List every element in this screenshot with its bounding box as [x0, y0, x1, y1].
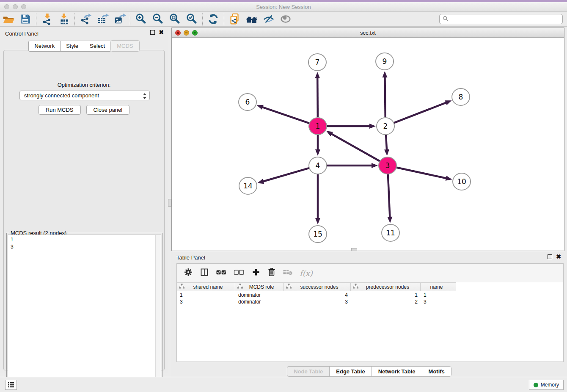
import-network-button[interactable]: [39, 12, 55, 26]
table-cell[interactable]: 1: [351, 292, 421, 299]
apply-layout-button[interactable]: [243, 12, 260, 26]
zoom-selected-button[interactable]: [183, 12, 200, 26]
graph-node-10[interactable]: 10: [453, 173, 471, 190]
column-header-name[interactable]: name: [421, 283, 456, 291]
control-tab-select[interactable]: Select: [84, 41, 110, 52]
import-table-button[interactable]: [55, 12, 72, 26]
open-file-button[interactable]: [0, 12, 17, 26]
graph-edge-1-4[interactable]: [315, 135, 320, 156]
graph-edge-2-8[interactable]: [394, 100, 452, 123]
result-scrollbar[interactable]: [155, 235, 161, 390]
tab-network-table[interactable]: Network Table: [372, 366, 422, 377]
graph-edge-3-10[interactable]: [396, 167, 452, 180]
criterion-select[interactable]: strongly connected component: [19, 91, 150, 100]
vertical-splitter-handle[interactable]: [168, 199, 171, 207]
graph-node-8[interactable]: 8: [452, 88, 470, 105]
table-cell[interactable]: 3: [284, 299, 351, 306]
graph-edge-4-15[interactable]: [315, 174, 320, 224]
graph-node-14[interactable]: 14: [239, 177, 257, 194]
zoom-in-button[interactable]: [132, 12, 149, 26]
refresh-button[interactable]: [205, 12, 222, 26]
clone-network-button[interactable]: [226, 12, 243, 26]
memory-status-icon: [534, 383, 538, 387]
horizontal-splitter-handle[interactable]: [351, 248, 357, 251]
float-panel-icon[interactable]: [150, 30, 155, 35]
main-toolbar: [0, 12, 567, 27]
network-window-titlebar[interactable]: scc.txt: [172, 28, 564, 38]
graph-node-6[interactable]: 6: [239, 94, 256, 110]
control-tab-network[interactable]: Network: [28, 41, 60, 52]
close-table-panel-icon[interactable]: ✖: [556, 254, 561, 259]
table-row[interactable]: 1dominator411: [177, 292, 456, 299]
task-history-button[interactable]: [5, 380, 17, 390]
graph-node-9[interactable]: 9: [376, 53, 394, 70]
network-graph: 7968124314101511: [172, 38, 564, 251]
show-details-button[interactable]: [277, 12, 294, 26]
table-cell[interactable]: dominator: [235, 299, 284, 306]
delete-table-button[interactable]: [283, 268, 293, 278]
column-header-MCDS-role[interactable]: MCDS role: [235, 283, 284, 291]
column-header-shared-name[interactable]: shared name: [177, 283, 235, 291]
search-input[interactable]: [439, 14, 563, 24]
graph-edge-1-2[interactable]: [327, 124, 376, 129]
column-header-predecessor-nodes[interactable]: predecessor nodes: [351, 283, 421, 291]
column-header-successor-nodes[interactable]: successor nodes: [284, 283, 351, 291]
graph-node-11[interactable]: 11: [382, 224, 399, 241]
hide-details-button[interactable]: [260, 12, 277, 26]
graph-node-3[interactable]: 3: [379, 157, 396, 174]
graph-node-15[interactable]: 15: [309, 226, 327, 243]
clone-network-icon: [228, 13, 241, 25]
function-builder-button[interactable]: f(x): [300, 269, 313, 278]
graph-edge-4-3[interactable]: [327, 163, 378, 168]
float-table-panel-icon[interactable]: [548, 254, 552, 259]
tab-motifs[interactable]: Motifs: [422, 366, 451, 377]
mcds-result-textarea[interactable]: 13: [8, 235, 161, 391]
table-row[interactable]: 3dominator323: [177, 299, 456, 306]
graph-node-label: 1: [316, 122, 320, 130]
tab-node-table[interactable]: Node Table: [287, 366, 329, 377]
graph-edge-3-1[interactable]: [326, 131, 380, 161]
add-column-button[interactable]: [251, 268, 261, 279]
graph-edge-1-6[interactable]: [257, 105, 309, 124]
table-panel-tabs: Node TableEdge TableNetwork TableMotifs: [171, 366, 567, 377]
table-cell[interactable]: 1: [421, 292, 456, 299]
zoom-fit-button[interactable]: [166, 12, 183, 26]
close-panel-button[interactable]: Close panel: [86, 105, 130, 115]
graph-node-1[interactable]: 1: [309, 118, 327, 135]
graph-edge-2-3[interactable]: [384, 135, 389, 156]
mcds-result-lines: 13: [8, 235, 161, 252]
graph-edge-2-9[interactable]: [382, 71, 387, 117]
control-tab-mcds[interactable]: MCDS: [110, 40, 139, 52]
export-image-icon: [113, 13, 126, 25]
table-settings-button[interactable]: [184, 268, 193, 279]
tab-edge-table[interactable]: Edge Table: [329, 366, 371, 377]
run-mcds-button[interactable]: Run MCDS: [39, 105, 81, 115]
table-cell[interactable]: 4: [284, 292, 351, 299]
graph-edge-3-11[interactable]: [387, 174, 392, 223]
zoom-out-button[interactable]: [149, 12, 166, 26]
export-network-button[interactable]: [77, 12, 94, 26]
close-panel-icon[interactable]: ✖: [159, 30, 164, 35]
select-all-button[interactable]: [216, 268, 227, 278]
save-session-button[interactable]: [17, 12, 34, 26]
export-table-button[interactable]: [94, 12, 111, 26]
toggle-column-view-button[interactable]: [200, 268, 209, 279]
network-canvas[interactable]: 7968124314101511: [172, 38, 564, 251]
table-cell[interactable]: 3: [177, 299, 235, 306]
graph-edge-1-7[interactable]: [315, 72, 320, 117]
mcds-result-line: 1: [11, 236, 158, 243]
memory-button[interactable]: Memory: [529, 380, 564, 390]
table-cell[interactable]: dominator: [235, 292, 284, 299]
graph-edge-4-14[interactable]: [257, 168, 309, 184]
table-cell[interactable]: 2: [351, 299, 421, 306]
graph-node-7[interactable]: 7: [308, 54, 326, 71]
table-cell[interactable]: 1: [177, 292, 235, 299]
graph-node-2[interactable]: 2: [377, 118, 394, 135]
table-cell[interactable]: 3: [421, 299, 456, 306]
deselect-all-button[interactable]: [234, 268, 245, 278]
export-image-button[interactable]: [111, 12, 128, 26]
control-tab-style[interactable]: Style: [60, 41, 84, 52]
delete-column-button[interactable]: [267, 268, 276, 279]
graph-node-4[interactable]: 4: [309, 157, 327, 174]
hierarchy-icon: [286, 284, 292, 289]
